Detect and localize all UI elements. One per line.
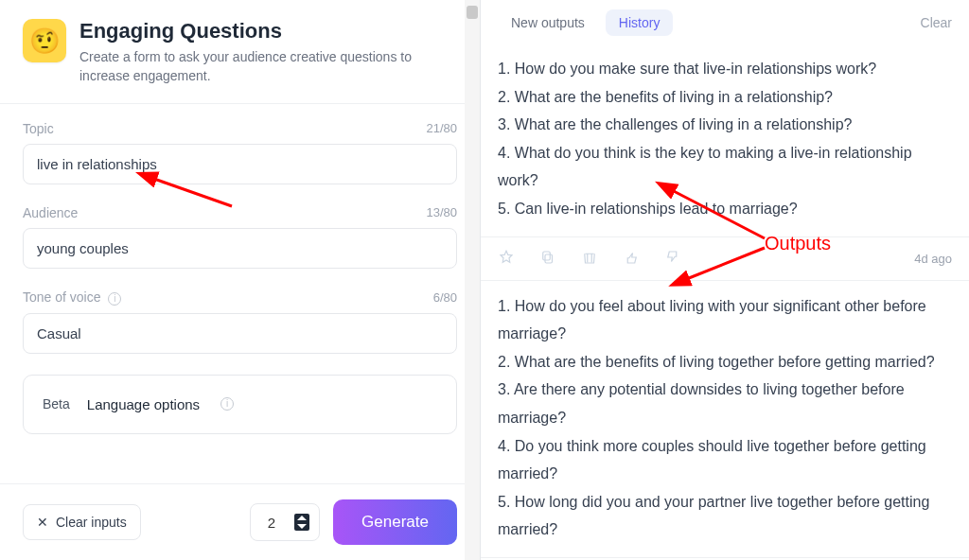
tone-label: Tone of voice i bbox=[23, 289, 121, 306]
right-panel: New outputs History Clear 1. How do you … bbox=[481, 0, 969, 560]
tab-new-outputs[interactable]: New outputs bbox=[498, 9, 598, 36]
app-header: 🤨 Engaging Questions Create a form to as… bbox=[0, 0, 480, 104]
output-line: 3. Are there any potential downsides to … bbox=[498, 376, 952, 431]
audience-input[interactable] bbox=[23, 228, 457, 269]
field-topic: Topic 21/80 bbox=[23, 121, 457, 184]
output-line: 2. What are the benefits of living in a … bbox=[498, 83, 952, 112]
generate-button[interactable]: Generate bbox=[333, 499, 457, 545]
tone-count: 6/80 bbox=[433, 290, 457, 305]
tone-input[interactable] bbox=[23, 313, 457, 354]
form-area: Topic 21/80 Audience 13/80 Tone of voice… bbox=[0, 104, 480, 483]
topic-count: 21/80 bbox=[426, 121, 457, 135]
beta-badge: Beta bbox=[43, 396, 70, 411]
audience-count: 13/80 bbox=[426, 205, 457, 219]
output-timestamp: 4d ago bbox=[914, 252, 952, 266]
left-panel: 🤨 Engaging Questions Create a form to as… bbox=[0, 0, 481, 560]
copy-icon[interactable] bbox=[539, 249, 556, 269]
header-text: Engaging Questions Create a form to ask … bbox=[79, 19, 457, 86]
output-line: 4. Do you think more couples should live… bbox=[498, 432, 952, 488]
output-line: 5. Can live-in relationships lead to mar… bbox=[498, 195, 952, 223]
tabs-row: New outputs History Clear bbox=[481, 0, 969, 44]
page-title: Engaging Questions bbox=[79, 19, 457, 44]
clear-inputs-label: Clear inputs bbox=[56, 515, 127, 530]
thumbs-up-icon[interactable] bbox=[623, 249, 640, 269]
info-icon[interactable]: i bbox=[220, 397, 234, 411]
quantity-stepper[interactable]: 2 bbox=[250, 503, 320, 541]
star-icon[interactable] bbox=[498, 249, 515, 269]
topic-input[interactable] bbox=[23, 144, 457, 184]
stepper-icon[interactable] bbox=[294, 514, 309, 531]
svg-rect-1 bbox=[545, 254, 553, 263]
svg-rect-2 bbox=[543, 252, 551, 260]
app-root: 🤨 Engaging Questions Create a form to as… bbox=[0, 0, 969, 560]
page-description: Create a form to ask your audience creat… bbox=[79, 47, 457, 86]
generate-controls: 2 Generate bbox=[250, 499, 457, 545]
info-icon[interactable]: i bbox=[108, 292, 121, 306]
field-audience: Audience 13/80 bbox=[23, 205, 457, 269]
delete-icon[interactable] bbox=[581, 249, 598, 269]
field-tone: Tone of voice i 6/80 bbox=[23, 289, 457, 354]
language-options-card[interactable]: Beta Language options i bbox=[23, 375, 457, 434]
output-line: 4. What do you think is the key to makin… bbox=[498, 139, 952, 195]
outputs-list: 1. How do you make sure that live-in rel… bbox=[481, 44, 969, 560]
bottom-bar: ✕ Clear inputs 2 Generate bbox=[0, 483, 480, 560]
language-options-label: Language options bbox=[87, 396, 200, 412]
output-line: 5. How long did you and your partner liv… bbox=[498, 488, 952, 544]
tone-label-text: Tone of voice bbox=[23, 289, 101, 305]
quantity-value: 2 bbox=[268, 515, 275, 531]
output-block: 1. How do you feel about living with you… bbox=[481, 281, 969, 558]
left-scrollbar[interactable] bbox=[465, 0, 480, 560]
output-line: 3. What are the challenges of living in … bbox=[498, 111, 952, 139]
close-icon: ✕ bbox=[37, 515, 48, 530]
output-line: 2. What are the benefits of living toget… bbox=[498, 348, 952, 376]
clear-history-button[interactable]: Clear bbox=[921, 15, 952, 30]
output-block: 1. How do you make sure that live-in rel… bbox=[481, 44, 969, 237]
output-line: 1. How do you feel about living with you… bbox=[498, 292, 952, 348]
app-emoji-icon: 🤨 bbox=[23, 19, 66, 62]
tab-history[interactable]: History bbox=[606, 9, 674, 36]
clear-inputs-button[interactable]: ✕ Clear inputs bbox=[23, 504, 141, 540]
audience-label: Audience bbox=[23, 205, 78, 220]
thumbs-down-icon[interactable] bbox=[664, 249, 681, 269]
output-line: 1. How do you make sure that live-in rel… bbox=[498, 55, 952, 83]
output-actions: 4d ago bbox=[481, 237, 969, 281]
topic-label: Topic bbox=[23, 121, 54, 136]
